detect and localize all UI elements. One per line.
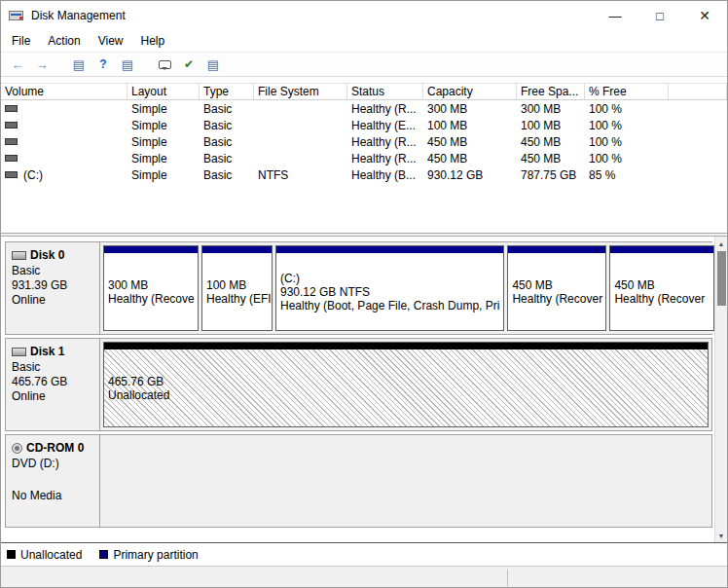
window-title: Disk Management	[31, 9, 126, 22]
legend-label: Primary partition	[113, 548, 198, 562]
volume-status: Healthy (R...	[347, 102, 423, 116]
volume-status: Healthy (R...	[347, 135, 423, 149]
volume-layout: Simple	[127, 152, 200, 165]
volume-layout: Simple	[127, 168, 200, 182]
partition-box[interactable]: 450 MB Healthy (Recover	[609, 245, 714, 331]
volume-name: (C:)	[23, 168, 43, 182]
disk-0-panel[interactable]: Disk 0 Basic 931.39 GB Online	[6, 242, 100, 334]
column-header-pct-free[interactable]: % Free	[585, 84, 669, 99]
volume-type: Basic	[200, 119, 254, 132]
menu-file[interactable]: File	[3, 31, 39, 51]
forward-icon: →	[36, 58, 49, 71]
list-view-button[interactable]: ▤	[202, 55, 224, 74]
app-icon	[9, 10, 24, 22]
volume-pct-free: 85 %	[585, 168, 669, 182]
volume-capacity: 300 MB	[423, 102, 517, 116]
volume-capacity: 450 MB	[423, 152, 517, 165]
unallocated-size: 465.76 GB	[108, 375, 704, 388]
disk-name: CD-ROM 0	[26, 441, 84, 456]
table-row[interactable]: Simple Basic Healthy (E... 100 MB 100 MB…	[1, 117, 727, 133]
disk-1-row: Disk 1 Basic 465.76 GB Online 465.76 GB …	[5, 338, 712, 431]
column-header-type[interactable]: Type	[200, 84, 254, 99]
menu-help[interactable]: Help	[132, 31, 174, 51]
unallocated-swatch-icon	[7, 550, 16, 559]
disk-name: Disk 0	[30, 248, 64, 263]
column-header-layout[interactable]: Layout	[127, 84, 200, 99]
disk-state: Online	[12, 389, 95, 404]
column-header-free-space[interactable]: Free Spa...	[517, 84, 585, 99]
partition-color-bar	[610, 246, 713, 253]
close-button[interactable]: ✕	[682, 1, 727, 30]
disk-icon	[12, 348, 26, 356]
action-check-icon: ✔	[184, 58, 194, 70]
menu-action[interactable]: Action	[39, 31, 89, 51]
partition-box[interactable]: 450 MB Healthy (Recover	[507, 245, 606, 331]
partition-label: (C:)	[280, 272, 499, 285]
partition-box[interactable]: 100 MB Healthy (EFI	[201, 245, 273, 331]
volume-icon	[5, 155, 18, 162]
volume-type: Basic	[200, 102, 254, 116]
column-header-status[interactable]: Status	[347, 84, 423, 99]
column-header-file-system[interactable]: File System	[254, 84, 347, 99]
console-tree-button[interactable]: ▤	[68, 55, 90, 74]
console-tree-icon: ▤	[73, 58, 85, 71]
legend-bar: Unallocated Primary partition	[1, 542, 727, 566]
show-actions-button[interactable]	[154, 55, 175, 74]
table-row[interactable]: (C:) Simple Basic NTFS Healthy (B... 930…	[1, 166, 727, 183]
unallocated-color-bar	[104, 343, 708, 349]
table-row[interactable]: Simple Basic Healthy (R... 450 MB 450 MB…	[1, 150, 727, 166]
disk-1-graph: 465.76 GB Unallocated	[100, 339, 711, 430]
volume-list: Volume Layout Type File System Status Ca…	[1, 83, 727, 233]
status-bar-divider	[507, 570, 508, 586]
table-row[interactable]: Simple Basic Healthy (R... 450 MB 450 MB…	[1, 133, 727, 150]
volume-status: Healthy (R...	[347, 152, 423, 165]
minimize-button[interactable]: —	[593, 1, 637, 30]
partition-size: 450 MB	[614, 278, 710, 292]
volume-icon	[5, 138, 18, 145]
disk-0-graph: 300 MB Healthy (Recove 100 MB Healthy (E…	[100, 242, 717, 334]
column-header-capacity[interactable]: Capacity	[423, 84, 517, 99]
cdrom-0-row: CD-ROM 0 DVD (D:) No Media	[5, 434, 712, 528]
partition-size: 930.12 GB NTFS	[280, 285, 499, 299]
volume-pct-free: 100 %	[585, 119, 669, 132]
legend-item-unallocated: Unallocated	[7, 548, 82, 562]
properties-button[interactable]: ▤	[117, 55, 138, 74]
volume-icon	[5, 171, 18, 178]
disk-state: Online	[12, 293, 95, 308]
back-button[interactable]: ←	[7, 55, 28, 74]
menu-view[interactable]: View	[90, 31, 132, 51]
partition-color-bar	[202, 246, 272, 253]
unallocated-box[interactable]: 465.76 GB Unallocated	[103, 342, 709, 427]
graphical-view: Disk 0 Basic 931.39 GB Online 300 MB Hea…	[1, 237, 727, 542]
volume-type: Basic	[200, 168, 254, 182]
disk-1-panel[interactable]: Disk 1 Basic 465.76 GB Online	[6, 339, 100, 430]
partition-size: 300 MB	[108, 278, 194, 292]
volume-icon	[5, 122, 18, 129]
vertical-scrollbar[interactable]: ▲ ▼	[714, 237, 727, 542]
cdrom-0-panel[interactable]: CD-ROM 0 DVD (D:) No Media	[6, 435, 100, 527]
table-row[interactable]: Simple Basic Healthy (R... 300 MB 300 MB…	[1, 100, 727, 117]
properties-icon: ▤	[122, 58, 133, 71]
partition-box[interactable]: 300 MB Healthy (Recove	[103, 245, 199, 331]
volume-free-space: 300 MB	[517, 102, 585, 116]
volume-pct-free: 100 %	[585, 135, 669, 149]
action-check-button[interactable]: ✔	[178, 55, 200, 74]
volume-icon	[5, 105, 18, 112]
speech-bubble-icon	[159, 60, 171, 69]
volume-free-space: 787.75 GB	[517, 168, 585, 182]
volume-layout: Simple	[127, 102, 200, 116]
forward-button[interactable]: →	[31, 55, 53, 74]
scroll-up-arrow-icon[interactable]: ▲	[715, 237, 727, 250]
scroll-down-arrow-icon[interactable]: ▼	[715, 529, 727, 542]
partition-box-c[interactable]: (C:) 930.12 GB NTFS Healthy (Boot, Page …	[275, 245, 504, 331]
scrollbar-thumb[interactable]	[717, 251, 726, 306]
partition-status: Healthy (Recover	[614, 292, 710, 306]
help-button[interactable]: ?	[92, 55, 114, 74]
unallocated-label: Unallocated	[108, 388, 704, 402]
volume-capacity: 450 MB	[423, 135, 517, 149]
maximize-button[interactable]: □	[637, 1, 682, 30]
disk-kind: Basic	[12, 360, 95, 375]
partition-color-bar	[508, 246, 605, 253]
column-header-volume[interactable]: Volume	[1, 84, 127, 99]
partition-size: 100 MB	[206, 278, 268, 292]
